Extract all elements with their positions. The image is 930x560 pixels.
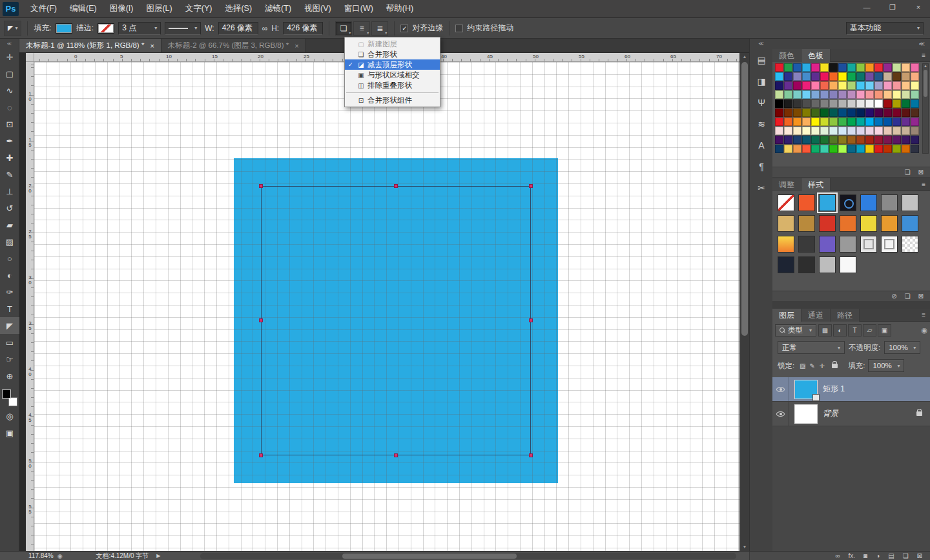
color-swatch[interactable] [847, 136, 856, 144]
color-swatch[interactable] [902, 90, 910, 99]
lock-position-icon[interactable]: ✛ [817, 360, 827, 371]
color-swatch[interactable] [802, 118, 811, 126]
path-menu-item[interactable]: ❏合并形状 [345, 49, 440, 59]
color-swatch[interactable] [884, 99, 892, 108]
color-swatch[interactable] [802, 99, 811, 108]
color-swatch[interactable] [793, 118, 801, 126]
link-layers-icon[interactable]: ∞ [835, 552, 840, 559]
layer-filter-select[interactable]: 类型 ▾ [775, 324, 816, 337]
color-swatch[interactable] [829, 145, 838, 153]
restore-button[interactable]: ❐ [885, 3, 900, 12]
eraser-tool[interactable]: ▰ [0, 216, 19, 233]
color-swatch[interactable] [829, 99, 838, 108]
style-thumbnail[interactable] [798, 215, 815, 232]
path-menu-item[interactable]: ✓◪减去顶层形状 [345, 59, 440, 70]
style-thumbnail[interactable] [819, 236, 836, 253]
color-swatch[interactable] [856, 145, 865, 153]
path-menu-item[interactable]: ⊡合并形状组件 [345, 95, 440, 105]
style-thumbnail[interactable] [860, 236, 877, 253]
layer-group-icon[interactable]: ▤ [888, 552, 894, 559]
color-swatch[interactable] [811, 81, 820, 90]
color-swatch[interactable] [884, 90, 892, 99]
color-swatch[interactable] [902, 99, 910, 108]
color-swatch[interactable] [802, 63, 811, 72]
marquee-tool[interactable]: ▢ [0, 65, 19, 82]
color-swatch[interactable] [811, 63, 820, 72]
color-swatch[interactable] [884, 63, 892, 72]
delete-style-icon[interactable]: ⊠ [918, 293, 924, 300]
color-swatch[interactable] [893, 63, 901, 72]
path-anchor[interactable] [529, 184, 533, 188]
visibility-toggle[interactable] [772, 377, 789, 401]
color-swatch[interactable] [775, 72, 783, 81]
style-thumbnail[interactable] [902, 215, 918, 232]
color-swatch[interactable] [775, 81, 783, 90]
color-swatch[interactable] [856, 99, 865, 108]
minimize-button[interactable]: — [859, 3, 874, 12]
color-swatch[interactable] [847, 72, 856, 81]
quick-mask-button[interactable]: ◎ [0, 408, 19, 424]
color-swatch[interactable] [784, 99, 792, 108]
background-color[interactable] [8, 397, 17, 406]
tab-channels[interactable]: 通道 [801, 309, 831, 322]
color-swatch[interactable] [893, 145, 901, 153]
tab-adjustments[interactable]: 调整 [772, 178, 801, 191]
style-thumbnail[interactable] [819, 194, 836, 211]
color-swatch[interactable] [911, 90, 919, 99]
style-thumbnail[interactable] [881, 236, 898, 253]
color-swatch[interactable] [838, 90, 847, 99]
paragraph-panel-icon[interactable]: ¶ [750, 156, 773, 177]
tab-close-icon[interactable]: × [294, 42, 298, 50]
filter-pixel-icon[interactable]: ▦ [818, 324, 832, 337]
color-swatch[interactable] [847, 99, 856, 108]
quick-selection-tool[interactable]: ◌ [0, 99, 19, 116]
adjustment-layer-icon[interactable]: ◑ [876, 552, 880, 559]
shape-height-field[interactable]: 426 像素 [283, 22, 323, 35]
color-swatch[interactable] [865, 118, 874, 126]
opacity-select[interactable]: 100% ▾ [884, 341, 920, 354]
healing-brush-tool[interactable]: ✚ [0, 149, 19, 166]
tab-swatches[interactable]: 色板 [801, 49, 831, 62]
swatches-scrollbar-thumb[interactable] [924, 70, 927, 97]
color-swatch[interactable] [820, 145, 829, 153]
color-swatch[interactable] [829, 81, 838, 90]
color-swatch[interactable] [884, 109, 892, 117]
color-swatch[interactable] [847, 90, 856, 99]
color-swatch[interactable] [793, 63, 801, 72]
color-swatch[interactable] [902, 145, 910, 153]
color-swatch[interactable] [829, 109, 838, 117]
color-swatch[interactable] [829, 118, 838, 126]
history-brush-tool[interactable]: ↺ [0, 200, 19, 216]
timeline-panel-icon[interactable]: ≋ [750, 113, 773, 134]
tab-paths[interactable]: 路径 [831, 309, 860, 322]
document-tab[interactable]: 未标题-1 @ 118% (矩形 1, RGB/8) *× [19, 39, 161, 52]
path-anchor[interactable] [259, 453, 263, 457]
style-thumbnail[interactable] [881, 215, 898, 232]
color-swatch[interactable] [784, 72, 792, 81]
layers-panel-menu-icon[interactable]: ≡ [922, 311, 925, 318]
type-tool[interactable]: T [0, 300, 19, 317]
menu-item[interactable]: 帮助(H) [380, 0, 420, 17]
style-thumbnail[interactable] [778, 236, 794, 253]
color-swatch[interactable] [784, 145, 792, 153]
style-thumbnail[interactable] [819, 215, 836, 232]
color-swatch[interactable] [820, 81, 829, 90]
scroll-up-icon[interactable]: ▲ [740, 53, 749, 61]
status-expand-icon[interactable]: ▶ [156, 553, 160, 559]
clone-source-panel-icon[interactable]: Ψ [750, 92, 773, 113]
new-layer-icon[interactable]: ❏ [903, 552, 909, 559]
layer-mask-icon[interactable]: ◙ [863, 552, 867, 559]
fill-opacity-select[interactable]: 100% ▾ [868, 359, 904, 372]
color-swatch[interactable] [902, 63, 910, 72]
color-swatch[interactable] [793, 127, 801, 135]
color-swatch[interactable] [884, 118, 892, 126]
panel-strip-collapse-icon[interactable]: ≪ [750, 39, 772, 49]
color-swatch[interactable] [784, 127, 792, 135]
color-swatch[interactable] [902, 136, 910, 144]
color-swatch[interactable] [874, 136, 883, 144]
color-swatch[interactable] [784, 63, 792, 72]
color-swatch[interactable] [838, 118, 847, 126]
color-swatch[interactable] [802, 109, 811, 117]
styles-panel-menu-icon[interactable]: ≡ [922, 181, 925, 188]
color-swatch[interactable] [793, 99, 801, 108]
